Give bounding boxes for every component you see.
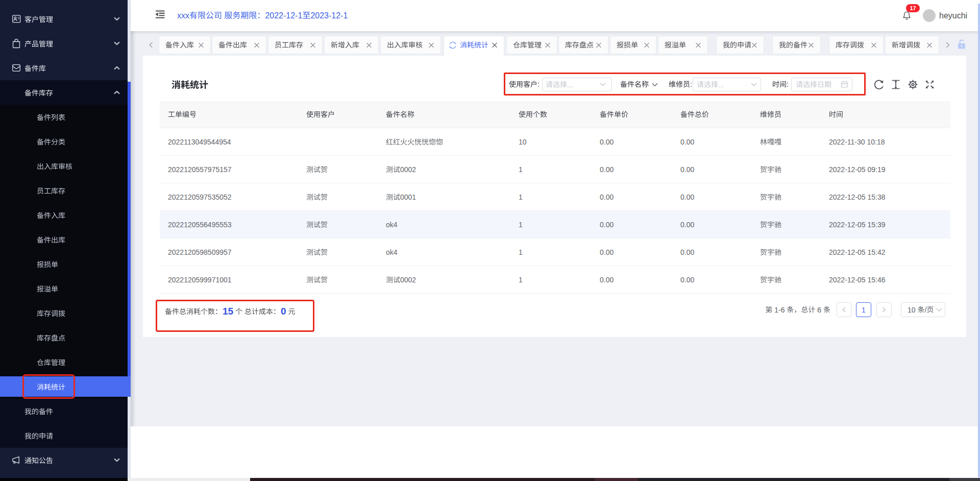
- svg-text:0.00: 0.00: [600, 193, 614, 201]
- svg-text:0002: 0002: [400, 165, 416, 174]
- svg-text:2022120598509957: 2022120598509957: [168, 248, 232, 256]
- svg-text:1: 1: [519, 248, 523, 256]
- svg-text:2022-12-05 15:42: 2022-12-05 15:42: [829, 248, 886, 256]
- svg-text:2022-12-1: 2022-12-1: [265, 11, 302, 20]
- svg-text:2022120556495553: 2022120556495553: [168, 221, 232, 229]
- svg-text::: :: [690, 80, 692, 88]
- svg-text:1: 1: [519, 165, 523, 174]
- svg-text:1: 1: [519, 276, 523, 284]
- svg-text:10: 10: [519, 138, 527, 146]
- svg-text:ok4: ok4: [386, 221, 398, 229]
- svg-text:1: 1: [519, 193, 523, 201]
- svg-text:0.00: 0.00: [600, 248, 614, 256]
- svg-text:1-6: 1-6: [772, 306, 787, 314]
- svg-text::: :: [787, 80, 789, 88]
- svg-text:0.00: 0.00: [680, 165, 694, 174]
- svg-text:0.00: 0.00: [680, 276, 694, 284]
- svg-text:6: 6: [815, 306, 823, 314]
- svg-text:0: 0: [281, 306, 286, 317]
- svg-text:1: 1: [519, 221, 523, 229]
- svg-text:0.00: 0.00: [680, 221, 694, 229]
- svg-text:1: 1: [862, 306, 866, 314]
- svg-text:2022-12-05 15:39: 2022-12-05 15:39: [829, 221, 886, 229]
- svg-text:2022120557975157: 2022120557975157: [168, 165, 232, 174]
- svg-text:0001: 0001: [400, 193, 416, 201]
- svg-text:...: ...: [718, 81, 724, 89]
- svg-text:2022-12-05 09:19: 2022-12-05 09:19: [829, 165, 886, 174]
- svg-text:0.00: 0.00: [680, 193, 694, 201]
- svg-text::: :: [537, 80, 540, 88]
- svg-text:0.00: 0.00: [680, 138, 694, 146]
- svg-text:heyuchi: heyuchi: [939, 11, 967, 20]
- svg-text:0.00: 0.00: [600, 276, 614, 284]
- svg-text:15: 15: [223, 306, 234, 317]
- svg-text:0.00: 0.00: [680, 248, 694, 256]
- svg-text:0.00: 0.00: [600, 138, 614, 146]
- svg-text:0.00: 0.00: [600, 165, 614, 174]
- svg-text:xxx: xxx: [177, 11, 189, 20]
- svg-text:2022120597535052: 2022120597535052: [168, 193, 232, 201]
- svg-text:/: /: [925, 306, 927, 314]
- svg-text:17: 17: [910, 5, 916, 11]
- svg-text:2022-12-05 15:38: 2022-12-05 15:38: [829, 193, 886, 201]
- svg-text:2022120599971001: 2022120599971001: [168, 276, 232, 284]
- svg-text:2023-12-1: 2023-12-1: [310, 11, 348, 20]
- svg-text:2022-12-05 15:46: 2022-12-05 15:46: [829, 276, 886, 284]
- svg-text:2022-11-30 10:18: 2022-11-30 10:18: [829, 138, 885, 146]
- svg-text:2022113049544954: 2022113049544954: [168, 138, 231, 146]
- svg-text:ok4: ok4: [386, 248, 398, 256]
- svg-text:0002: 0002: [400, 276, 416, 284]
- svg-text:10: 10: [908, 306, 917, 314]
- svg-text:...: ...: [567, 81, 573, 89]
- svg-text:0.00: 0.00: [600, 221, 614, 229]
